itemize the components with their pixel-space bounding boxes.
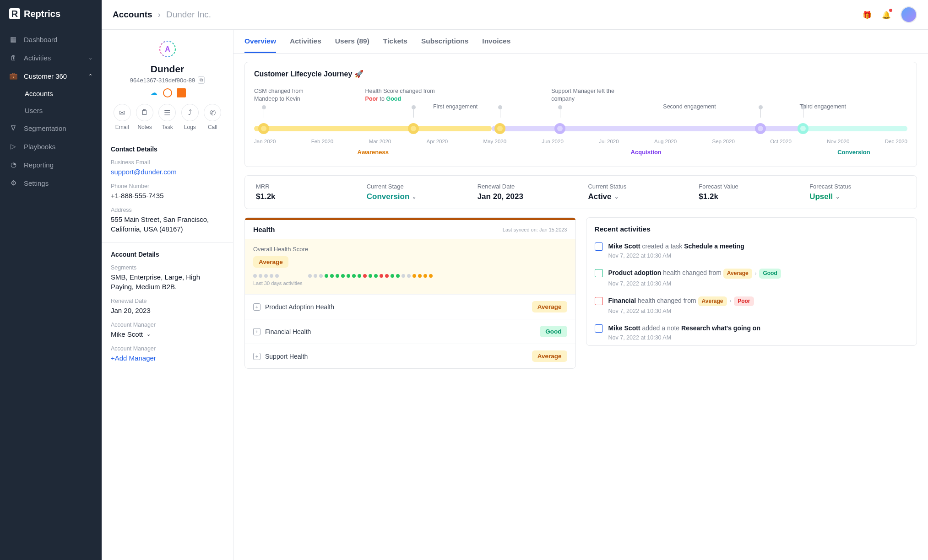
action-task[interactable]: ☰Task: [158, 104, 176, 130]
topbar: Accounts › Dunder Inc. 🎁 🔔: [102, 0, 928, 30]
action-notes[interactable]: 🗒Notes: [136, 104, 153, 130]
kpi-forecast: $1.2k: [699, 192, 795, 201]
activity-dot: [341, 274, 345, 278]
activity-dot: [358, 274, 361, 278]
bell-icon[interactable]: 🔔: [881, 10, 891, 20]
activity-dot: [308, 274, 312, 278]
address-label: Address: [111, 207, 224, 213]
action-email[interactable]: ✉Email: [114, 104, 131, 130]
action-call[interactable]: ✆Call: [204, 104, 221, 130]
brand-text: Reptrics: [24, 9, 60, 19]
nav-activities[interactable]: 🗓 Activities ⌄: [0, 48, 102, 67]
activity-dot: [253, 274, 257, 278]
activity-dot: [363, 274, 367, 278]
calendar-icon: 🗓: [9, 54, 17, 62]
activity-icon: [595, 324, 603, 333]
renewal-value: Jan 20, 2023: [111, 306, 224, 315]
anno-third: Third engagement: [800, 103, 846, 111]
nav-customer360-label: Customer 360: [24, 72, 67, 80]
nav-dashboard[interactable]: ▦ Dashboard: [0, 30, 102, 48]
tab-users[interactable]: Users (89): [335, 37, 369, 53]
timeline-track: [254, 118, 907, 136]
health-item-badge: Average: [532, 301, 567, 312]
manager-select[interactable]: Mike Scott ⌄: [111, 329, 224, 339]
activity-dot: [264, 274, 268, 278]
activity-dot: [330, 274, 334, 278]
kpi-row: MRR$1.2k Current StageConversion⌄ Renewa…: [244, 175, 917, 209]
notification-dot: [889, 9, 892, 12]
expand-icon[interactable]: +: [253, 303, 260, 311]
nav-reporting[interactable]: ◔ Reporting: [0, 156, 102, 174]
activity-dot: [270, 274, 273, 278]
activity-dot: [412, 274, 416, 278]
activity-dot: [391, 274, 394, 278]
breadcrumb-root[interactable]: Accounts: [113, 10, 152, 20]
health-row[interactable]: +Support HealthAverage: [245, 344, 575, 368]
timeline-month: Jul 2020: [599, 139, 619, 144]
gift-icon[interactable]: 🎁: [862, 10, 872, 20]
health-row[interactable]: +Financial HealthGood: [245, 319, 575, 344]
copy-icon[interactable]: ⧉: [198, 76, 205, 84]
timeline-month: Aug 2020: [654, 139, 677, 144]
nav-settings[interactable]: ⚙ Settings: [0, 174, 102, 192]
mail-icon: ✉: [114, 104, 131, 121]
activity-text: Financial health changed from Average›Po…: [608, 296, 909, 306]
chevron-down-icon: ⌄: [88, 55, 92, 61]
kpi-renewal: Jan 20, 2023: [478, 192, 574, 201]
activity-time: Nov 7, 2022 at 10:30 AM: [608, 308, 909, 314]
play-icon: ▷: [9, 142, 17, 151]
activity-row[interactable]: Mike Scott created a task Schedule a mee…: [586, 237, 917, 264]
tab-invoices[interactable]: Invoices: [482, 37, 510, 53]
nav-users[interactable]: Users: [25, 102, 102, 119]
nav-segmentation[interactable]: ∇ Segmentation: [0, 119, 102, 137]
health-row[interactable]: +Product Adoption HealthAverage: [245, 294, 575, 319]
nav-customer360[interactable]: 💼 Customer 360 ⌃: [0, 67, 102, 85]
timeline-month: May 2020: [483, 139, 507, 144]
nav-playbooks[interactable]: ▷ Playbooks: [0, 137, 102, 156]
chevron-right-icon: ›: [158, 10, 161, 20]
activity-dot: [380, 274, 383, 278]
phone-label: Phone Number: [111, 183, 224, 189]
activity-row[interactable]: Financial health changed from Average›Po…: [586, 291, 917, 319]
recent-title: Recent activities: [586, 218, 917, 237]
brand[interactable]: R Reptrics: [0, 0, 102, 30]
chevron-down-icon: ⌄: [147, 331, 151, 338]
email-value[interactable]: support@dunder.com: [111, 167, 224, 177]
kpi-stage-label: Current Stage: [367, 183, 463, 190]
avatar[interactable]: [901, 6, 917, 23]
action-notes-label: Notes: [136, 124, 153, 130]
add-manager-link[interactable]: +Add Manager: [111, 353, 224, 363]
tab-overview[interactable]: Overview: [244, 37, 276, 53]
activity-dot: [314, 274, 317, 278]
phase-conversion: Conversion: [800, 149, 907, 156]
filter-icon: ∇: [9, 124, 17, 132]
kpi-stage[interactable]: Conversion⌄: [367, 192, 463, 201]
tab-activities[interactable]: Activities: [290, 37, 321, 53]
integration-icon-3[interactable]: [177, 88, 186, 97]
integration-icon-2[interactable]: [163, 88, 172, 97]
phone-value: +1-888-555-7435: [111, 191, 224, 200]
account-details: Account Details Segments SMB, Enterprise…: [102, 242, 233, 371]
renewal-label: Renewal Date: [111, 298, 224, 304]
tab-tickets[interactable]: Tickets: [383, 37, 407, 53]
activity-dot: [347, 274, 350, 278]
expand-icon[interactable]: +: [253, 353, 260, 360]
activity-text: Mike Scott added a note Research what's …: [608, 323, 909, 333]
salesforce-icon[interactable]: ☁: [149, 88, 158, 97]
tabs: Overview Activities Users (89) Tickets S…: [233, 30, 928, 54]
action-logs-label: Logs: [181, 124, 199, 130]
tab-subscriptions[interactable]: Subscriptions: [421, 37, 468, 53]
activity-time: Nov 7, 2022 at 10:30 AM: [608, 334, 909, 341]
activity-dot: [259, 274, 262, 278]
nav-accounts[interactable]: Accounts: [25, 85, 102, 102]
kpi-fstatus[interactable]: Upsell⌄: [809, 192, 906, 201]
activity-dot: [369, 274, 372, 278]
manager-value: Mike Scott: [111, 329, 143, 339]
ohs-badge: Average: [253, 256, 288, 268]
breadcrumb: Accounts › Dunder Inc.: [113, 10, 211, 20]
expand-icon[interactable]: +: [253, 328, 260, 335]
activity-row[interactable]: Mike Scott added a note Research what's …: [586, 319, 917, 345]
activity-row[interactable]: Product adoption health changed from Ave…: [586, 264, 917, 291]
kpi-status[interactable]: Active⌄: [588, 192, 684, 201]
action-logs[interactable]: ⤴Logs: [181, 104, 199, 130]
